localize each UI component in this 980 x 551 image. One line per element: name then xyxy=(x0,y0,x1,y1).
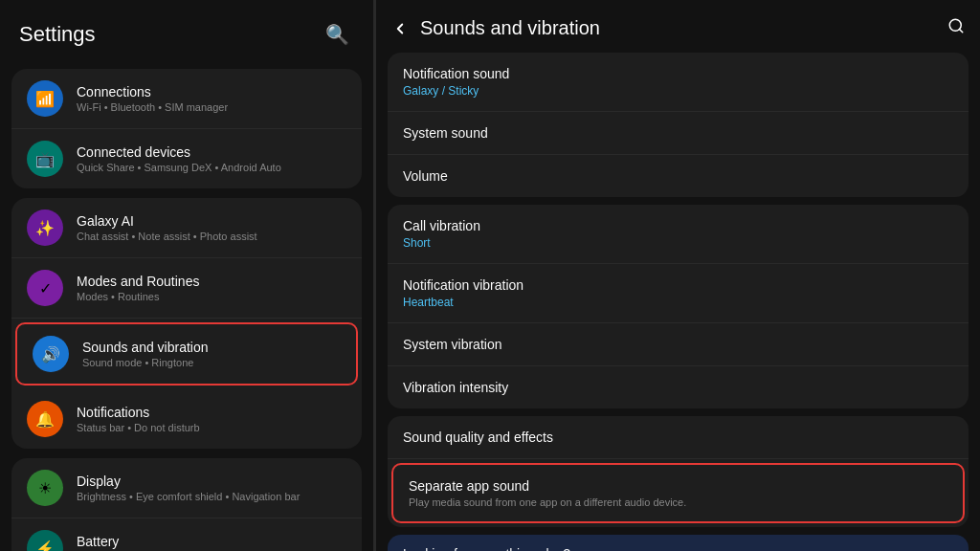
sidebar-item-battery[interactable]: ⚡ Battery Power saving • Charging xyxy=(11,518,362,551)
looking-section: Looking for something else? Alert when p… xyxy=(388,535,969,551)
sound-quality-title: Sound quality and effects xyxy=(403,430,953,445)
svg-line-1 xyxy=(959,29,962,32)
sound-item-separate-app-sound[interactable]: Separate app sound Play media sound from… xyxy=(391,463,965,523)
display-subtitle: Brightness • Eye comfort shield • Naviga… xyxy=(77,491,300,502)
sounds-panel: Sounds and vibration Notification sound … xyxy=(376,0,980,551)
sound-item-notification-sound[interactable]: Notification sound Galaxy / Sticky xyxy=(388,53,969,112)
galaxy-ai-title: Galaxy AI xyxy=(77,213,257,229)
settings-search-button[interactable]: 🔍 xyxy=(320,17,354,52)
sound-item-sound-quality[interactable]: Sound quality and effects xyxy=(388,416,969,459)
notification-sound-title: Notification sound xyxy=(403,66,953,81)
sound-item-system-sound[interactable]: System sound xyxy=(388,112,969,155)
connections-title: Connections xyxy=(77,84,228,99)
call-vibration-subtitle: Short xyxy=(403,236,953,250)
connected-devices-subtitle: Quick Share • Samsung DeX • Android Auto xyxy=(77,162,281,173)
notifications-title: Notifications xyxy=(77,405,200,420)
settings-group-2: ✨ Galaxy AI Chat assist • Note assist • … xyxy=(11,198,362,449)
system-vibration-title: System vibration xyxy=(403,337,953,352)
battery-icon: ⚡ xyxy=(27,530,63,551)
galaxy-ai-subtitle: Chat assist • Note assist • Photo assist xyxy=(77,231,257,242)
connections-subtitle: Wi-Fi • Bluetooth • SIM manager xyxy=(77,101,228,113)
sound-section-vibration: Call vibration Short Notification vibrat… xyxy=(388,205,969,408)
back-button[interactable] xyxy=(391,20,409,37)
sidebar-item-modes-routines[interactable]: ✓ Modes and Routines Modes • Routines xyxy=(11,258,362,319)
connected-devices-icon: 📺 xyxy=(27,141,63,177)
notification-sound-subtitle: Galaxy / Sticky xyxy=(403,84,953,98)
display-title: Display xyxy=(77,474,300,489)
sounds-search-button[interactable] xyxy=(947,17,965,39)
modes-routines-title: Modes and Routines xyxy=(77,274,199,289)
sounds-header: Sounds and vibration xyxy=(376,0,980,53)
settings-title: Settings xyxy=(19,22,96,47)
sidebar-item-connections[interactable]: 📶 Connections Wi-Fi • Bluetooth • SIM ma… xyxy=(11,69,362,129)
looking-title: Looking for something else? xyxy=(388,535,969,551)
separate-app-sound-title: Separate app sound xyxy=(409,478,947,494)
vibration-intensity-title: Vibration intensity xyxy=(403,380,953,395)
volume-title: Volume xyxy=(403,168,953,184)
sound-item-call-vibration[interactable]: Call vibration Short xyxy=(388,205,969,264)
connected-devices-title: Connected devices xyxy=(77,144,281,160)
sidebar-item-display[interactable]: ☀ Display Brightness • Eye comfort shiel… xyxy=(11,458,362,518)
sidebar-item-connected-devices[interactable]: 📺 Connected devices Quick Share • Samsun… xyxy=(11,129,362,188)
sounds-vibration-subtitle: Sound mode • Ringtone xyxy=(82,357,209,368)
modes-routines-icon: ✓ xyxy=(27,270,63,306)
sounds-vibration-icon: 🔊 xyxy=(33,336,69,372)
galaxy-ai-icon: ✨ xyxy=(27,209,63,246)
battery-title: Battery xyxy=(77,534,192,549)
modes-routines-subtitle: Modes • Routines xyxy=(77,291,199,302)
system-sound-title: System sound xyxy=(403,125,953,141)
separate-app-sound-subtitle: Play media sound from one app on a diffe… xyxy=(409,496,947,508)
sounds-vibration-title: Sounds and vibration xyxy=(82,340,209,355)
settings-group-1: 📶 Connections Wi-Fi • Bluetooth • SIM ma… xyxy=(11,69,362,188)
sounds-list: Notification sound Galaxy / Sticky Syste… xyxy=(376,53,980,551)
call-vibration-title: Call vibration xyxy=(403,218,953,233)
settings-header: Settings 🔍 xyxy=(0,0,373,65)
notification-vibration-title: Notification vibration xyxy=(403,277,953,293)
sounds-panel-title: Sounds and vibration xyxy=(420,17,936,39)
settings-panel: Settings 🔍 📶 Connections Wi-Fi • Bluetoo… xyxy=(0,0,373,551)
sound-item-notification-vibration[interactable]: Notification vibration Heartbeat xyxy=(388,264,969,323)
sound-item-volume[interactable]: Volume xyxy=(388,155,969,197)
sidebar-item-sounds-vibration[interactable]: 🔊 Sounds and vibration Sound mode • Ring… xyxy=(15,322,358,386)
sound-item-vibration-intensity[interactable]: Vibration intensity xyxy=(388,366,969,408)
notifications-subtitle: Status bar • Do not disturb xyxy=(77,422,200,433)
settings-list: 📶 Connections Wi-Fi • Bluetooth • SIM ma… xyxy=(0,65,373,551)
notifications-icon: 🔔 xyxy=(27,401,63,437)
sound-item-system-vibration[interactable]: System vibration xyxy=(388,323,969,366)
sidebar-item-notifications[interactable]: 🔔 Notifications Status bar • Do not dist… xyxy=(11,389,362,449)
sidebar-item-galaxy-ai[interactable]: ✨ Galaxy AI Chat assist • Note assist • … xyxy=(11,198,362,258)
notification-vibration-subtitle: Heartbeat xyxy=(403,296,953,309)
sound-section-quality: Sound quality and effects Separate app s… xyxy=(388,416,969,527)
connections-icon: 📶 xyxy=(27,80,63,117)
settings-group-3: ☀ Display Brightness • Eye comfort shiel… xyxy=(11,458,362,551)
sound-section-main: Notification sound Galaxy / Sticky Syste… xyxy=(388,53,969,197)
display-icon: ☀ xyxy=(27,470,63,506)
